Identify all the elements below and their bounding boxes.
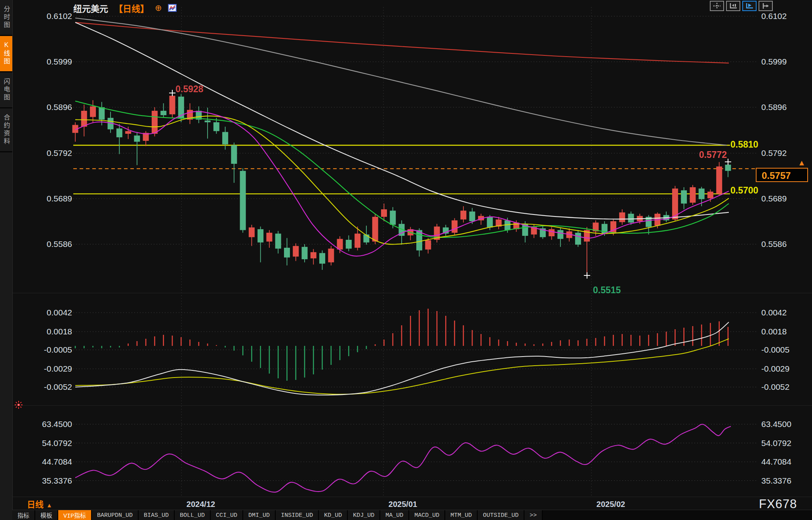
level-low-label: 0.5700 xyxy=(730,185,758,196)
svg-text:-0.0052: -0.0052 xyxy=(44,382,72,391)
svg-text:54.0792: 54.0792 xyxy=(761,438,791,448)
svg-text:35.3376: 35.3376 xyxy=(42,476,72,485)
indicator-tab-mtm[interactable]: MTM_UD xyxy=(445,510,478,520)
axis-compress-icon xyxy=(729,2,738,9)
sidebar-tab-flash-chart[interactable]: 闪电图 xyxy=(0,72,12,108)
svg-text:0.5586: 0.5586 xyxy=(761,239,787,249)
svg-text:44.7084: 44.7084 xyxy=(761,457,791,466)
scale-compress-button[interactable] xyxy=(726,1,740,11)
svg-text:0.5896: 0.5896 xyxy=(761,102,787,112)
svg-text:63.4500: 63.4500 xyxy=(761,419,791,429)
indicator-tab-cci[interactable]: CCI_UD xyxy=(211,510,243,520)
indicator-tab-vip-indicators[interactable]: VIP指标 xyxy=(58,510,92,520)
period-dropdown-icon: ▲ xyxy=(46,502,52,509)
divider-macd-rsi xyxy=(12,405,812,406)
indicator-tab-boll[interactable]: BOLL_UD xyxy=(175,510,211,520)
period-selector-label: 日线 xyxy=(27,500,44,509)
period-tag: 【日线】 xyxy=(114,2,149,14)
sidebar-tabs: 分时图K线图闪电图合约资料 xyxy=(0,0,12,152)
svg-text:2025/02: 2025/02 xyxy=(597,500,625,509)
svg-text:35.3376: 35.3376 xyxy=(761,476,791,485)
svg-text:0.5999: 0.5999 xyxy=(761,57,787,66)
svg-text:44.7084: 44.7084 xyxy=(42,457,72,466)
indicator-tab-kdj[interactable]: KDJ_UD xyxy=(348,510,380,520)
period-selector[interactable]: 日线▲ xyxy=(27,498,52,510)
swing-high-label: 0.5772 xyxy=(689,150,727,160)
indicator-tab-ma[interactable]: MA_UD xyxy=(380,510,409,520)
indicator-tab-barupdn[interactable]: BARUPDN_UD xyxy=(92,510,139,520)
chart-header: 纽元美元 【日线】 ⊕ xyxy=(73,2,218,14)
chart-type-icon[interactable] xyxy=(168,4,177,12)
divider-main-macd xyxy=(12,293,812,293)
axis-expand-icon xyxy=(745,2,754,9)
svg-text:63.4500: 63.4500 xyxy=(42,419,72,429)
svg-text:0.0042: 0.0042 xyxy=(761,308,787,317)
add-compare-icon[interactable]: ⊕ xyxy=(155,3,162,13)
crosshair-icon xyxy=(713,2,721,9)
price-up-arrow-icon: ▲ xyxy=(798,158,806,167)
sidebar-tab-time-chart[interactable]: 分时图 xyxy=(0,0,12,36)
peak-high-label: 0.5928 xyxy=(175,84,203,95)
svg-text:54.0792: 54.0792 xyxy=(42,438,72,448)
price-chart-svg: 0.61020.61020.59990.59990.58960.58960.57… xyxy=(0,0,812,520)
low-label: 0.5515 xyxy=(593,285,621,296)
indicator-tab-inside[interactable]: INSIDE_UD xyxy=(276,510,319,520)
current-price-box: 0.5757 xyxy=(756,168,808,182)
svg-text:0.6102: 0.6102 xyxy=(47,11,72,21)
chart-toolbar xyxy=(710,1,773,11)
svg-text:0.5586: 0.5586 xyxy=(47,239,72,249)
indicator-tab-kd[interactable]: KD_UD xyxy=(319,510,348,520)
indicator-tab-templates[interactable]: 模板 xyxy=(35,510,58,520)
svg-text:-0.0029: -0.0029 xyxy=(44,364,72,373)
sidebar: 分时图K线图闪电图合约资料 xyxy=(0,0,13,520)
indicator-tabbar: 指标模板VIP指标BARUPDN_UDBIAS_UDBOLL_UDCCI_UDD… xyxy=(12,510,812,520)
level-high-label: 0.5810 xyxy=(730,139,758,150)
svg-text:0.5792: 0.5792 xyxy=(761,148,787,158)
svg-text:0.6102: 0.6102 xyxy=(761,11,787,21)
trading-app: 0.61020.61020.59990.59990.58960.58960.57… xyxy=(0,0,812,520)
indicator-tab-more[interactable]: >> xyxy=(524,510,543,520)
svg-text:-0.0029: -0.0029 xyxy=(761,364,789,373)
svg-text:0.5792: 0.5792 xyxy=(47,148,72,158)
indicator-tab-dmi[interactable]: DMI_UD xyxy=(243,510,276,520)
svg-text:0.0018: 0.0018 xyxy=(761,327,787,336)
svg-text:0.0018: 0.0018 xyxy=(47,327,72,336)
svg-text:-0.0005: -0.0005 xyxy=(44,345,72,354)
svg-text:-0.0005: -0.0005 xyxy=(761,345,789,354)
svg-text:-0.0052: -0.0052 xyxy=(761,382,789,391)
pan-right-icon xyxy=(761,2,770,9)
svg-text:0.0042: 0.0042 xyxy=(47,308,72,317)
sidebar-tab-candle-chart[interactable]: K线图 xyxy=(0,36,12,72)
watermark: FX678 xyxy=(759,497,797,511)
svg-text:0.5689: 0.5689 xyxy=(47,194,72,203)
svg-text:0.5689: 0.5689 xyxy=(761,194,787,203)
pan-right-button[interactable] xyxy=(759,1,773,11)
svg-text:2025/01: 2025/01 xyxy=(389,500,417,509)
symbol-title: 纽元美元 xyxy=(73,2,108,14)
indicator-tab-bias[interactable]: BIAS_UD xyxy=(139,510,175,520)
crosshair-tool-button[interactable] xyxy=(710,1,724,11)
svg-text:0.5999: 0.5999 xyxy=(47,57,72,66)
sidebar-tab-contract-info[interactable]: 合约资料 xyxy=(0,108,12,152)
indicator-tab-outside[interactable]: OUTSIDE_UD xyxy=(478,510,524,520)
indicator-tab-indicators[interactable]: 指标 xyxy=(12,510,35,520)
live-beacon-icon xyxy=(14,400,23,409)
svg-text:0.5896: 0.5896 xyxy=(47,102,72,112)
scale-expand-button[interactable] xyxy=(742,1,757,11)
svg-text:2024/12: 2024/12 xyxy=(187,500,215,509)
indicator-tab-macd[interactable]: MACD_UD xyxy=(409,510,445,520)
divider-rsi-dates xyxy=(12,497,812,497)
